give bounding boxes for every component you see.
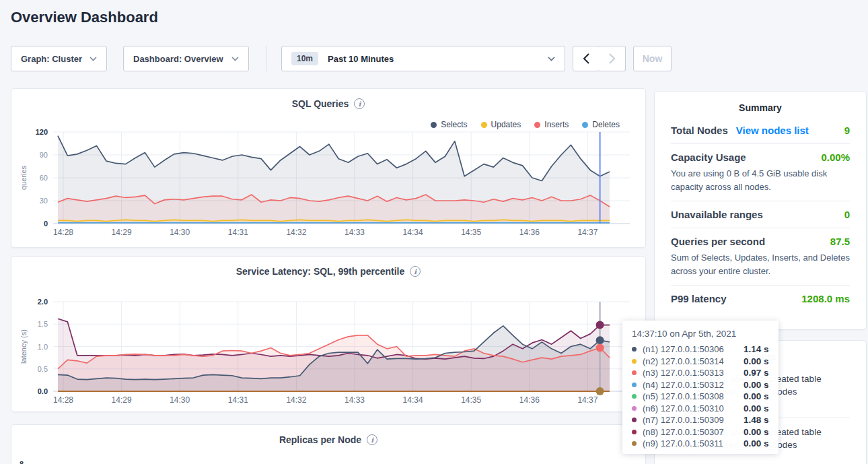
svg-text:latency (s): latency (s) [20, 329, 28, 364]
tooltip-node-row: (n5) 127.0.0.1:503080.00 s [632, 391, 769, 403]
svg-text:60: 60 [40, 174, 48, 182]
node-color-dot [632, 394, 637, 399]
node-color-dot [632, 406, 637, 411]
dashboard-dropdown[interactable]: Dashboard: Overview [123, 46, 249, 71]
tooltip-node-value: 0.97 s [744, 368, 769, 378]
svg-text:14:37: 14:37 [577, 228, 598, 237]
summary-label: Total Nodes [671, 125, 728, 136]
svg-text:14:36: 14:36 [519, 228, 540, 237]
tooltip-node-value: 0.00 s [744, 391, 769, 401]
time-range-badge: 10m [291, 52, 318, 65]
tooltip-node-address: (n9) 127.0.0.1:50311 [643, 438, 744, 449]
summary-description: Sum of Selects, Updates, Inserts, and De… [671, 251, 850, 277]
svg-text:1.0: 1.0 [38, 343, 48, 351]
summary-label: Capacity Usage [671, 152, 746, 163]
tooltip-node-value: 0.00 s [744, 438, 769, 449]
tooltip-node-value: 0.00 s [744, 380, 769, 390]
replicas-card: Replicas per Node i 8 [11, 424, 646, 464]
svg-text:14:32: 14:32 [286, 228, 306, 237]
graph-scope-dropdown[interactable]: Graph: Cluster [11, 46, 107, 71]
time-range-dropdown[interactable]: 10m Past 10 Minutes [281, 46, 565, 71]
summary-item: P99 latency1208.0 ms [671, 285, 850, 312]
summary-label: Queries per second [671, 236, 765, 247]
service-latency-title: Service Latency: SQL, 99th percentile [236, 266, 405, 277]
tooltip-node-address: (n1) 127.0.0.1:50306 [643, 344, 744, 354]
view-nodes-list-link[interactable]: View nodes list [736, 125, 809, 136]
chevron-down-icon [231, 57, 239, 61]
sql-queries-title: SQL Queries [292, 98, 349, 109]
replicas-title: Replicas per Node [279, 434, 361, 445]
svg-text:14:34: 14:34 [403, 395, 423, 405]
summary-value: 87.5 [830, 236, 850, 247]
tooltip-node-row: (n8) 127.0.0.1:503070.00 s [632, 426, 769, 438]
sql-queries-chart[interactable]: 030609012014:2814:2914:3014:3114:3214:33… [11, 127, 647, 248]
page-title: Overview Dashboard [11, 9, 158, 26]
tooltip-node-address: (n4) 127.0.0.1:50312 [643, 380, 744, 390]
tooltip-node-row: (n2) 127.0.0.1:503140.00 s [632, 356, 769, 368]
summary-panel: Summary Total NodesView nodes list9Capac… [654, 91, 867, 330]
svg-text:14:29: 14:29 [112, 395, 132, 405]
info-icon[interactable]: i [367, 434, 377, 445]
svg-text:14:28: 14:28 [53, 395, 73, 405]
tooltip-node-address: (n8) 127.0.0.1:50307 [643, 427, 744, 437]
svg-text:14:28: 14:28 [53, 228, 73, 237]
tooltip-node-address: (n3) 127.0.0.1:50313 [643, 368, 744, 378]
tooltip-node-address: (n5) 127.0.0.1:50308 [643, 391, 744, 401]
now-button[interactable]: Now [633, 46, 672, 71]
svg-text:14:35: 14:35 [461, 228, 481, 237]
node-color-dot [632, 359, 637, 364]
toolbar-divider [266, 46, 266, 71]
info-icon[interactable]: i [354, 98, 365, 109]
info-icon[interactable]: i [410, 266, 421, 277]
svg-text:14:30: 14:30 [170, 395, 190, 405]
svg-text:14:33: 14:33 [345, 228, 365, 237]
prev-timeframe-button[interactable] [573, 46, 600, 71]
service-latency-chart[interactable]: 0.00.51.01.52.014:2814:2914:3014:3114:32… [11, 294, 647, 413]
replicas-axis-label-partial: 8 [20, 460, 28, 464]
tooltip-node-value: 0.00 s [744, 356, 769, 366]
svg-text:14:36: 14:36 [519, 395, 540, 405]
now-button-label: Now [643, 53, 663, 64]
svg-text:14:34: 14:34 [403, 228, 423, 237]
summary-label: Unavailable ranges [671, 209, 763, 220]
sql-queries-card: SQL Queries i SelectsUpdatesInsertsDelet… [11, 88, 646, 248]
node-color-dot [632, 441, 637, 446]
svg-text:2.0: 2.0 [38, 298, 48, 306]
time-range-label: Past 10 Minutes [328, 54, 394, 64]
tooltip-node-row: (n7) 127.0.0.1:503091.48 s [632, 414, 769, 426]
svg-text:queries: queries [20, 165, 28, 190]
tooltip-node-value: 0.00 s [744, 427, 769, 437]
summary-item: Total NodesView nodes list9 [671, 117, 850, 143]
chevron-left-icon [583, 53, 589, 64]
tooltip-node-address: (n7) 127.0.0.1:50309 [643, 415, 744, 425]
tooltip-node-row: (n4) 127.0.0.1:503120.00 s [632, 379, 769, 391]
graph-scope-label: Graph: Cluster [21, 54, 82, 64]
svg-text:0.0: 0.0 [38, 387, 48, 395]
tooltip-node-value: 1.14 s [744, 344, 769, 354]
summary-value: 0 [844, 209, 850, 220]
next-timeframe-button[interactable] [599, 46, 626, 71]
summary-item: Unavailable ranges0 [671, 201, 850, 228]
svg-text:14:30: 14:30 [170, 228, 190, 237]
svg-text:14:33: 14:33 [345, 395, 365, 405]
tooltip-node-value: 1.48 s [744, 415, 769, 425]
svg-text:14:35: 14:35 [461, 395, 481, 405]
chart-hover-tooltip: 14:37:10 on Apr 5th, 2021 (n1) 127.0.0.1… [622, 321, 779, 454]
overview-dashboard-page: Overview Dashboard Graph: Cluster Dashbo… [0, 0, 868, 464]
tooltip-node-address: (n2) 127.0.0.1:50314 [643, 356, 744, 366]
summary-value: 0.00% [821, 152, 850, 163]
svg-text:14:32: 14:32 [286, 395, 306, 405]
tooltip-node-address: (n6) 127.0.0.1:50310 [643, 403, 744, 413]
svg-text:0: 0 [44, 220, 48, 228]
summary-label: P99 latency [671, 293, 727, 304]
summary-value: 1208.0 ms [801, 293, 850, 304]
chevron-down-icon [548, 57, 555, 61]
chevron-down-icon [89, 57, 97, 61]
tooltip-node-value: 0.00 s [744, 403, 769, 413]
node-color-dot [632, 347, 637, 352]
summary-description: You are using 0 B of 4.5 GiB usable disk… [671, 167, 850, 193]
tooltip-node-row: (n6) 127.0.0.1:503100.00 s [632, 403, 769, 415]
tooltip-timestamp: 14:37:10 on Apr 5th, 2021 [632, 329, 769, 339]
dashboard-label: Dashboard: Overview [133, 54, 223, 64]
node-color-dot [632, 418, 637, 422]
